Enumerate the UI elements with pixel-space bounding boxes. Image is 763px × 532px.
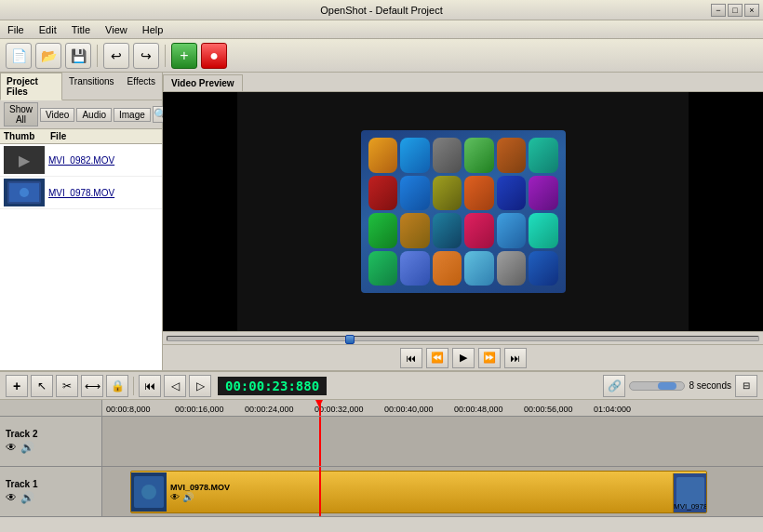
track-1-name: Track 1	[6, 479, 96, 489]
timeline-body: 00:00:8,000 00:00:16,000 00:00:24,000 00…	[0, 400, 763, 532]
file-row-0[interactable]: ▶ MVI_0982.MOV	[0, 144, 162, 177]
time-display: 00:00:23:880	[218, 377, 327, 395]
scrubber-track[interactable]	[167, 336, 759, 341]
ruler-mark-0: 00:00:8,000	[106, 405, 151, 414]
save-button[interactable]: 💾	[65, 43, 91, 69]
file-name-1[interactable]: MVI_0978.MOV	[48, 188, 114, 198]
jump-end-button[interactable]: ⏭	[504, 348, 527, 368]
tl-separator-1	[133, 377, 134, 395]
close-button[interactable]: ×	[744, 4, 759, 17]
ruler-spacer	[0, 400, 102, 416]
step-forward-button[interactable]: ⏩	[478, 348, 501, 368]
ipad-screen	[361, 130, 566, 293]
ruler-mark-1: 00:00:16,000	[175, 405, 224, 414]
menubar: File Edit Title View Help	[0, 20, 763, 39]
ruler-mark-7: 01:04:000	[594, 405, 631, 414]
track-2-header: Track 2 👁 🔊	[0, 417, 102, 466]
add-button[interactable]: +	[171, 43, 197, 69]
step-back-button[interactable]: ⏪	[426, 348, 448, 368]
ruler-marks-area: 00:00:8,000 00:00:16,000 00:00:24,000 00…	[102, 400, 763, 416]
zoom-slider[interactable]	[629, 381, 685, 391]
clip-audio-icon: 🔊	[182, 492, 194, 502]
clip-thumb-right-label: MVI_0978.	[674, 502, 706, 511]
toolbar-separator-2	[165, 45, 166, 67]
filter-show-all[interactable]: Show All	[4, 102, 38, 126]
remove-button[interactable]: ●	[201, 43, 227, 69]
file-thumb-0: ▶	[4, 146, 45, 174]
preview-tab-bar: Video Preview	[163, 73, 763, 92]
track-2-audio-icon[interactable]: 🔊	[20, 441, 34, 454]
tl-jump-start-button[interactable]: ⏮	[139, 375, 161, 397]
tl-prev-frame-button[interactable]: ◁	[164, 375, 186, 397]
file-name-0[interactable]: MVI_0982.MOV	[48, 155, 114, 166]
zoom-area: 🔗 8 seconds ⊟	[603, 375, 757, 397]
tab-effects[interactable]: Effects	[121, 73, 162, 100]
letterbox-right	[689, 92, 763, 331]
file-thumb-1	[4, 179, 45, 206]
file-row-1[interactable]: MVI_0978.MOV	[0, 177, 162, 209]
menu-edit[interactable]: Edit	[35, 22, 60, 37]
filter-video[interactable]: Video	[40, 108, 74, 122]
track-1-header: Track 1 👁 🔊	[0, 467, 102, 516]
track-1-audio-icon[interactable]: 🔊	[20, 491, 34, 504]
track-2-content	[102, 417, 763, 466]
menu-help[interactable]: Help	[139, 22, 167, 37]
track-1-icons: 👁 🔊	[6, 491, 96, 504]
timeline-tracks: Track 2 👁 🔊 Track 1 👁 🔊	[0, 417, 763, 532]
transport-controls: ⏮ ⏪ ▶ ⏩ ⏭	[163, 344, 763, 370]
new-button[interactable]: 📄	[6, 43, 32, 69]
tl-add-button[interactable]: +	[6, 375, 28, 397]
zoom-fit-button[interactable]: ⊟	[735, 375, 757, 397]
tl-slide-button[interactable]: ⟷	[81, 375, 103, 397]
filter-image[interactable]: Image	[114, 108, 151, 122]
tl-cut-button[interactable]: ✂	[56, 375, 78, 397]
file-list-header: Thumb File	[0, 129, 162, 144]
minimize-button[interactable]: −	[711, 4, 726, 17]
svg-point-3	[20, 188, 29, 197]
tl-pointer-button[interactable]: ↖	[31, 375, 53, 397]
filter-row: Show All Video Audio Image 🔍	[0, 100, 162, 129]
timeline-toolbar: + ↖ ✂ ⟷ 🔒 ⏮ ◁ ▷ 00:00:23:880 🔗 8 seconds…	[0, 372, 763, 400]
track-2: Track 2 👁 🔊	[0, 417, 763, 467]
left-panel: Project Files Transitions Effects Show A…	[0, 73, 163, 370]
filter-audio[interactable]: Audio	[76, 108, 112, 122]
clip-name: MVI_0978.MOV	[170, 483, 703, 492]
letterbox-left	[163, 92, 237, 331]
track-1-visible-icon[interactable]: 👁	[6, 491, 17, 504]
clip-icons-row: 👁 🔊	[170, 492, 703, 502]
track-2-name: Track 2	[6, 429, 96, 439]
maximize-button[interactable]: □	[728, 4, 743, 17]
tl-next-frame-button[interactable]: ▷	[189, 375, 211, 397]
video-scrubber	[163, 331, 763, 344]
tab-transitions[interactable]: Transitions	[62, 73, 121, 100]
play-button[interactable]: ▶	[452, 348, 475, 368]
tl-snap-button[interactable]: 🔒	[106, 375, 128, 397]
svg-point-6	[141, 485, 156, 499]
open-button[interactable]: 📂	[35, 43, 61, 69]
track-1: Track 1 👁 🔊	[0, 467, 763, 517]
track-2-playhead	[319, 417, 321, 466]
clip-visible-icon: 👁	[170, 492, 180, 502]
ruler-mark-6: 00:00:56,000	[524, 405, 573, 414]
clip-mvi0978[interactable]: MVI_0978.MOV 👁 🔊 MVI_0978.	[130, 471, 707, 513]
menu-file[interactable]: File	[4, 22, 28, 37]
track-2-visible-icon[interactable]: 👁	[6, 441, 17, 454]
clip-thumb-right: MVI_0978.	[673, 473, 706, 512]
zoom-out-button[interactable]: 🔗	[603, 375, 625, 397]
track-1-content: MVI_0978.MOV 👁 🔊 MVI_0978.	[102, 467, 763, 516]
redo-button[interactable]: ↪	[133, 43, 159, 69]
col-thumb-label: Thumb	[4, 131, 50, 141]
tab-video-preview[interactable]: Video Preview	[163, 74, 243, 91]
menu-title[interactable]: Title	[68, 22, 94, 37]
jump-start-button[interactable]: ⏮	[400, 348, 422, 368]
ruler-playhead-arrow	[315, 400, 323, 407]
menu-view[interactable]: View	[101, 22, 131, 37]
ruler-mark-5: 00:00:48,000	[454, 405, 503, 414]
tab-project-files[interactable]: Project Files	[0, 73, 62, 100]
video-content	[361, 130, 566, 293]
col-file-label: File	[50, 131, 158, 141]
scrubber-handle[interactable]	[345, 335, 355, 344]
titlebar: OpenShot - Default Project − □ ×	[0, 0, 763, 20]
undo-button[interactable]: ↩	[103, 43, 129, 69]
clip-thumb-left	[131, 472, 167, 512]
